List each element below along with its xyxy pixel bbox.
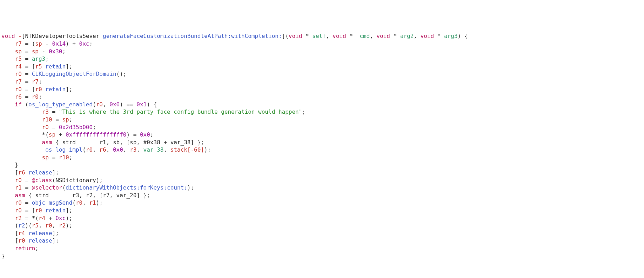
code-line: r1 = @selector(dictionaryWithObjects:for… — [15, 184, 194, 191]
code-line: r5 = arg3; — [15, 55, 49, 62]
code-line: [r4 release]; — [15, 230, 59, 237]
code-line: (r2)(r5, r0, r2); — [15, 222, 73, 229]
code-line: r0 = [r0 retain]; — [15, 207, 73, 214]
selector: generateFaceCustomizationBundleAtPath:wi… — [103, 33, 282, 39]
code-line: r2 = *(r4 + 0xc); — [15, 215, 73, 221]
code-line: r6 = r0; — [15, 93, 42, 100]
code-line: asm { strd r3, r2, [r7, var_20] }; — [15, 192, 150, 199]
code-line: r0 = 0x2d35b000; — [42, 124, 96, 131]
return-type: void — [1, 33, 15, 39]
param-arg3: arg3 — [444, 33, 458, 39]
param-arg2: arg2 — [400, 33, 414, 39]
code-line: r7 = r7; — [15, 78, 42, 85]
code-line: r7 = (sp - 0x14) + 0xc; — [15, 40, 93, 47]
param-cmd: _cmd — [356, 33, 370, 39]
code-line: r10 = sp; — [42, 116, 73, 123]
code-line: r0 = [r0 retain]; — [15, 86, 73, 93]
code-line: return; — [15, 245, 39, 252]
code-line: _os_log_impl(r0, r6, 0x0, r3, var_38, st… — [42, 146, 211, 153]
code-line: } — [1, 253, 5, 259]
code-line: if (os_log_type_enabled(r0, 0x0) == 0x1)… — [15, 101, 157, 108]
code-line: r0 = objc_msgSend(r0, r1); — [15, 199, 103, 206]
code-line: } — [15, 161, 19, 168]
code-line: sp = sp - 0x30; — [15, 48, 66, 55]
class-name: NTKDeveloperToolsSever — [25, 33, 99, 39]
code-line: r4 = [r5 retain]; — [15, 63, 73, 70]
code-line: [r6 release]; — [15, 169, 59, 176]
code-line: *(sp + 0xfffffffffffffff0) = 0x0; — [42, 131, 154, 138]
code-line: r0 = @class(NSDictionary); — [15, 177, 103, 184]
code-line: r3 = "This is where the 3rd party face c… — [42, 108, 306, 115]
code-block: void -[NTKDeveloperToolsSever generateFa… — [1, 32, 643, 260]
code-line: [r0 release]; — [15, 237, 59, 244]
signature-line: void -[NTKDeveloperToolsSever generateFa… — [1, 33, 468, 39]
code-line: asm { strd r1, sb, [sp, #0x38 + var_38] … — [42, 139, 204, 146]
code-line: r0 = CLKLoggingObjectForDomain(); — [15, 71, 127, 77]
param-self: self — [312, 33, 326, 39]
log-string: "This is where the 3rd party face config… — [59, 108, 302, 115]
minus: - — [18, 33, 22, 39]
code-line: sp = r10; — [42, 154, 73, 161]
